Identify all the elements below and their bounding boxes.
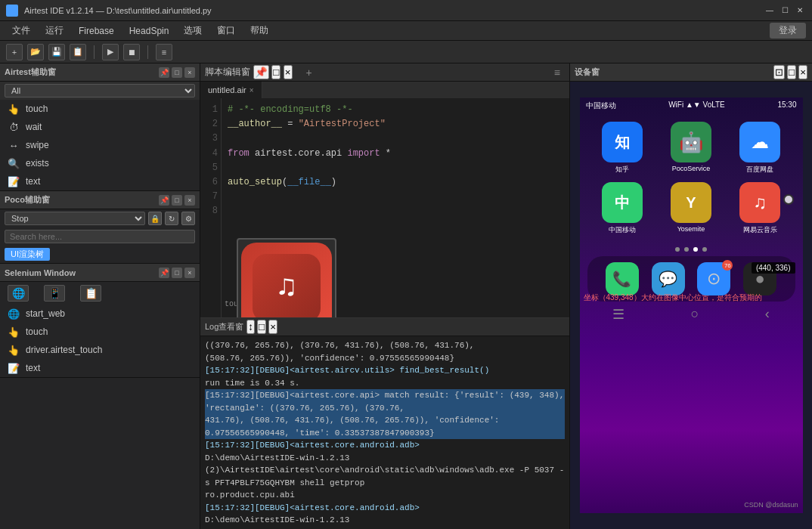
code-line-1: # -*- encoding=utf8 -*- (228, 103, 563, 117)
app-zhihu[interactable]: 知 知乎 (592, 122, 653, 175)
dock-phone[interactable]: 📞 (606, 262, 639, 295)
editor-add-tab[interactable]: + (302, 67, 317, 79)
toolbar-run[interactable]: ▶ (102, 44, 119, 60)
log-line-10: (2)\AirtestIDE\airtest\core\android\stat… (205, 464, 565, 489)
airtest-item-swipe[interactable]: ↔ swipe (0, 136, 200, 154)
airtest-pin-btn[interactable]: 📌 (159, 67, 169, 78)
app-poco[interactable]: 🤖 PocoService (661, 122, 722, 175)
airtest-item-touch[interactable]: 👆 touch (0, 100, 200, 118)
airtest-item-exists[interactable]: 🔍 exists (0, 154, 200, 172)
poco-helper-title: Poco辅助窗 (5, 194, 156, 206)
editor-expand-btn[interactable]: □ (271, 65, 280, 79)
device-header-buttons: ⊡ □ × (773, 65, 807, 79)
maximize-button[interactable]: ☐ (779, 5, 791, 17)
log-line-1: ((370.76, 265.76), (370.76, 431.76), (50… (205, 339, 565, 352)
selenium-text-icon: 📝 (8, 362, 20, 374)
close-button[interactable]: ✕ (794, 5, 806, 17)
title-bar: Airtest IDE v1.2.14 — D:\test\untitled.a… (0, 0, 812, 21)
poco-close-btn[interactable]: × (184, 195, 195, 206)
wait-icon: ⏱ (8, 121, 20, 133)
selenium-mobile-icon[interactable]: 📱 (44, 285, 65, 302)
device-pin-btn[interactable]: ⊡ (773, 65, 785, 79)
airtest-text-label: text (26, 176, 40, 187)
airtest-item-text[interactable]: 📝 text (0, 172, 200, 190)
selenium-item-start-web[interactable]: 🌐 start_web (0, 305, 200, 323)
poco-pin-btn[interactable]: 📌 (159, 195, 169, 206)
toolbar: + 📂 💾 📋 ▶ ⏹ ≡ (0, 41, 812, 63)
minimize-button[interactable]: — (764, 5, 776, 17)
log-line-14: (2)\AirtestIDE\airtest\core\android\stat… (205, 527, 565, 530)
toolbar-copy[interactable]: 📋 (70, 44, 86, 60)
editor-tab-close[interactable]: × (249, 86, 254, 94)
poco-settings-btn[interactable]: ⚙ (181, 212, 195, 225)
poco-helper-header: Poco辅助窗 📌 □ × (0, 191, 200, 209)
poco-refresh-btn[interactable]: ↻ (165, 212, 178, 225)
log-scroll-btn[interactable]: ↕ (246, 320, 255, 334)
menu-options[interactable]: 选项 (178, 23, 208, 39)
editor-close-btn[interactable]: × (284, 65, 293, 79)
dock-settings[interactable]: ⊙ 76 (697, 262, 730, 295)
app-mobile[interactable]: 中 中国移动 (592, 182, 653, 235)
airtest-helper-header: Airtest辅助窗 📌 □ × (0, 63, 200, 82)
airtest-touch-label: touch (26, 104, 48, 114)
app-netease[interactable]: ♫ 网易云音乐 (730, 182, 791, 235)
poco-icon-box: 🤖 (671, 122, 711, 162)
app-baidu-pan[interactable]: ☁ 百度网盘 (730, 122, 791, 175)
login-button[interactable]: 登录 (770, 23, 806, 39)
selenium-item-driver-touch[interactable]: 👆 driver.airtest_touch (0, 341, 200, 359)
middle-panel: 脚本编辑窗 📌 □ × + ≡ untitled.air × 12345678 … (200, 63, 570, 529)
selenium-item-touch[interactable]: 👆 touch (0, 323, 200, 341)
log-expand-btn[interactable]: □ (257, 320, 266, 334)
menu-headspin[interactable]: HeadSpin (123, 24, 175, 38)
poco-lock-btn[interactable]: 🔒 (148, 212, 162, 225)
poco-expand-btn[interactable]: □ (172, 195, 182, 206)
menu-firebase[interactable]: Firebase (73, 24, 120, 38)
toolbar-menu[interactable]: ≡ (156, 44, 172, 60)
editor-body[interactable]: 12345678 # -*- encoding=utf8 -*- __autho… (200, 98, 569, 317)
selenium-pin-btn[interactable]: 📌 (159, 268, 169, 278)
device-close-btn[interactable]: × (798, 65, 807, 79)
editor-tab-untitled[interactable]: untitled.air × (200, 82, 262, 98)
toolbar-save[interactable]: 💾 (48, 44, 65, 60)
start-web-icon: 🌐 (8, 308, 20, 320)
log-content[interactable]: ((370.76, 265.76), (370.76, 431.76), (50… (200, 336, 569, 529)
editor-pin-btn[interactable]: 📌 (253, 65, 269, 79)
airtest-item-wait[interactable]: ⏱ wait (0, 118, 200, 136)
airtest-expand-btn[interactable]: □ (172, 67, 182, 78)
poco-ui-tag[interactable]: UI渲染树 (5, 248, 50, 261)
menu-help[interactable]: 帮助 (244, 23, 274, 39)
touch-icon: 👆 (8, 103, 20, 115)
airtest-filter-select[interactable]: All (5, 84, 195, 97)
selenium-browser-icon[interactable]: 🌐 (8, 285, 29, 302)
selenium-expand-btn[interactable]: □ (172, 268, 182, 278)
phone-screen[interactable]: 中国移动 WiFi ▲▼ VoLTE 15:30 知 知乎 🤖 (580, 97, 803, 513)
toolbar-open[interactable]: 📂 (27, 44, 44, 60)
app-yosemite[interactable]: Y Yosemite (661, 182, 722, 235)
menu-file[interactable]: 文件 (6, 23, 36, 39)
nav-home-icon[interactable]: ○ (691, 306, 699, 323)
baidu-label: 百度网盘 (746, 165, 773, 175)
dock-messages[interactable]: 💬 (652, 262, 685, 295)
poco-search-input[interactable] (5, 230, 195, 243)
main-area: Airtest辅助窗 📌 □ × All 👆 touch ⏱ wait (0, 63, 812, 529)
selenium-close-btn[interactable]: × (184, 268, 195, 278)
selenium-code-icon[interactable]: 📋 (80, 285, 101, 302)
code-area[interactable]: # -*- encoding=utf8 -*- __author__ = "Ai… (222, 98, 569, 317)
airtest-close-btn[interactable]: × (184, 67, 195, 78)
dot-indicator (580, 243, 803, 256)
menu-run[interactable]: 运行 (39, 23, 70, 39)
editor-title: 脚本编辑窗 (205, 66, 250, 79)
nav-menu-icon[interactable]: ☰ (612, 306, 624, 323)
editor-menu-tab[interactable]: ≡ (550, 67, 565, 79)
nav-back-icon[interactable]: ‹ (765, 306, 770, 323)
cursor-indicator (783, 194, 794, 205)
airtest-header-buttons: 📌 □ × (159, 67, 195, 78)
toolbar-new[interactable]: + (6, 44, 23, 60)
menu-window[interactable]: 窗口 (211, 23, 241, 39)
toolbar-stop[interactable]: ⏹ (123, 44, 140, 60)
device-expand-btn[interactable]: □ (787, 65, 796, 79)
poco-stop-select[interactable]: Stop (5, 212, 145, 225)
log-close-btn[interactable]: × (268, 320, 277, 334)
toolbar-separator2 (147, 45, 148, 59)
selenium-item-text[interactable]: 📝 text (0, 359, 200, 377)
